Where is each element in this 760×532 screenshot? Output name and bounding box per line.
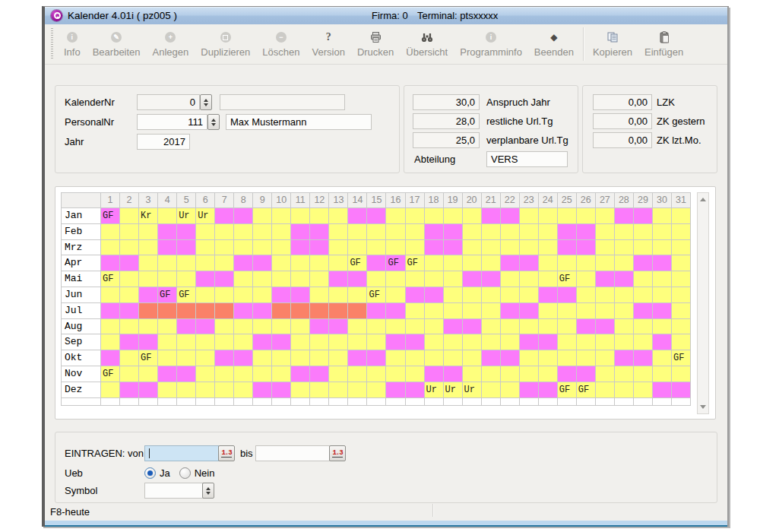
calendar-cell-dez-21[interactable]: [482, 382, 501, 398]
calendar-cell-feb-10[interactable]: [272, 224, 291, 240]
calendar-cell-nov-27[interactable]: [596, 366, 615, 382]
calendar-cell-feb-20[interactable]: [463, 224, 482, 240]
calendar-cell-mai-1[interactable]: GF: [101, 271, 120, 287]
calendar-cell-dez-16[interactable]: [386, 382, 405, 398]
calendar-cell-dez-19[interactable]: Ur: [444, 382, 463, 398]
calendar-cell-okt-11[interactable]: [291, 350, 310, 366]
calendar-cell-jan-11[interactable]: [291, 208, 310, 224]
calendar-cell-okt-20[interactable]: [463, 350, 482, 366]
calendar-cell-dez-13[interactable]: [329, 382, 348, 398]
calendar-cell-jun-11[interactable]: [291, 287, 310, 303]
calendar-cell-jan-9[interactable]: [253, 208, 272, 224]
calendar-cell-jun-16[interactable]: [386, 287, 405, 303]
calendar-cell-okt-22[interactable]: [501, 350, 520, 366]
calendar-cell-jul-22[interactable]: [501, 303, 520, 319]
title-bar[interactable]: Kalender 4.01i ( pz005 ) Firma: 0 Termin…: [45, 7, 727, 24]
calendar-cell-jul-29[interactable]: [634, 303, 653, 319]
calendar-cell-jul-8[interactable]: [234, 303, 253, 319]
calendar-cell-jul-2[interactable]: [120, 303, 139, 319]
calendar-cell-mrz-18[interactable]: [425, 240, 444, 256]
personal-name-field[interactable]: Max Mustermann: [226, 114, 372, 130]
calendar-cell-nov-21[interactable]: [482, 366, 501, 382]
calendar-cell-feb-25[interactable]: [558, 224, 577, 240]
calendar-cell-okt-27[interactable]: [596, 350, 615, 366]
calendar-cell-jun-18[interactable]: [425, 287, 444, 303]
calendar-cell-mrz-10[interactable]: [272, 240, 291, 256]
calendar-cell-mai-23[interactable]: [520, 271, 539, 287]
calendar-cell-mai-7[interactable]: [215, 271, 234, 287]
symbol-field[interactable]: [144, 483, 210, 499]
calendar-cell-apr-8[interactable]: [234, 255, 253, 271]
calendar-cell-aug-11[interactable]: [291, 319, 310, 335]
calendar-cell-mai-30[interactable]: [653, 271, 672, 287]
calendar-cell-mai-13[interactable]: [329, 271, 348, 287]
calendar-cell-mai-21[interactable]: [482, 271, 501, 287]
calendar-cell-nov-13[interactable]: [329, 366, 348, 382]
calendar-cell-dez-31[interactable]: [672, 382, 691, 398]
calendar-cell-feb-4[interactable]: [158, 224, 177, 240]
calendar-cell-aug-14[interactable]: [348, 319, 367, 335]
calendar-cell-apr-29[interactable]: [634, 255, 653, 271]
calendar-cell-jul-17[interactable]: [406, 303, 425, 319]
calendar-cell-mrz-23[interactable]: [520, 240, 539, 256]
calendar-cell-jun-14[interactable]: [348, 287, 367, 303]
calendar-cell-jan-24[interactable]: [539, 208, 558, 224]
calendar-cell-aug-1[interactable]: [101, 319, 120, 335]
calendar-cell-nov-31[interactable]: [672, 366, 691, 382]
calendar-cell-mrz-27[interactable]: [596, 240, 615, 256]
calendar-cell-sep-19[interactable]: [444, 334, 463, 350]
calendar-cell-jan-28[interactable]: [615, 208, 634, 224]
calendar-cell-jan-13[interactable]: [329, 208, 348, 224]
calendar-cell-mai-10[interactable]: [272, 271, 291, 287]
calendar-cell-apr-7[interactable]: [215, 255, 234, 271]
calendar-cell-dez-3[interactable]: [139, 382, 158, 398]
calendar-cell-jun-24[interactable]: [539, 287, 558, 303]
calendar-cell-dez-1[interactable]: [101, 382, 120, 398]
calendar-cell-sep-1[interactable]: [101, 334, 120, 350]
calendar-cell-okt-4[interactable]: [158, 350, 177, 366]
calendar-cell-okt-18[interactable]: [425, 350, 444, 366]
calendar-cell-nov-4[interactable]: [158, 366, 177, 382]
abteilung-field[interactable]: VERS: [486, 151, 568, 167]
calendar-cell-jun-23[interactable]: [520, 287, 539, 303]
calendar-cell-jun-31[interactable]: [672, 287, 691, 303]
calendar-cell-jun-8[interactable]: [234, 287, 253, 303]
toolbar-button-anlegen[interactable]: +Anlegen: [147, 24, 195, 64]
calendar-cell-apr-16[interactable]: GF: [386, 255, 405, 271]
calendar-cell-dez-12[interactable]: [310, 382, 329, 398]
calendar-cell-jul-6[interactable]: [196, 303, 215, 319]
calendar-cell-aug-8[interactable]: [234, 319, 253, 335]
calendar-cell-okt-7[interactable]: [215, 350, 234, 366]
calendar-cell-aug-31[interactable]: [672, 319, 691, 335]
calendar-cell-sep-3[interactable]: [139, 334, 158, 350]
calendar-cell-jun-17[interactable]: [406, 287, 425, 303]
calendar-cell-jan-3[interactable]: Kr: [139, 208, 158, 224]
calendar-cell-dez-18[interactable]: Ur: [425, 382, 444, 398]
calendar-cell-aug-15[interactable]: [367, 319, 386, 335]
calendar-cell-aug-5[interactable]: [177, 319, 196, 335]
calendar-cell-aug-28[interactable]: [615, 319, 634, 335]
calendar-cell-feb-27[interactable]: [596, 224, 615, 240]
personalnr-dropdown-button[interactable]: [207, 114, 220, 130]
calendar-cell-jul-3[interactable]: [139, 303, 158, 319]
calendar-cell-apr-14[interactable]: GF: [348, 255, 367, 271]
calendar-cell-dez-25[interactable]: GF: [558, 382, 577, 398]
calendar-cell-okt-3[interactable]: GF: [139, 350, 158, 366]
calendar-cell-mai-8[interactable]: [234, 271, 253, 287]
calendar-cell-jan-10[interactable]: [272, 208, 291, 224]
calendar-cell-jun-7[interactable]: [215, 287, 234, 303]
calendar-cell-aug-10[interactable]: [272, 319, 291, 335]
calendar-cell-sep-28[interactable]: [615, 334, 634, 350]
calendar-cell-jan-22[interactable]: [501, 208, 520, 224]
calendar-cell-apr-30[interactable]: [653, 255, 672, 271]
calendar-cell-jul-30[interactable]: [653, 303, 672, 319]
calendar-cell-aug-13[interactable]: [329, 319, 348, 335]
calendar-cell-feb-15[interactable]: [367, 224, 386, 240]
calendar-cell-apr-15[interactable]: [367, 255, 386, 271]
calendar-cell-jan-17[interactable]: [406, 208, 425, 224]
calendar-cell-okt-26[interactable]: [577, 350, 596, 366]
kalendernr-field[interactable]: 0: [137, 94, 200, 110]
calendar-cell-okt-12[interactable]: [310, 350, 329, 366]
calendar-cell-mai-16[interactable]: [386, 271, 405, 287]
calendar-cell-aug-24[interactable]: [539, 319, 558, 335]
